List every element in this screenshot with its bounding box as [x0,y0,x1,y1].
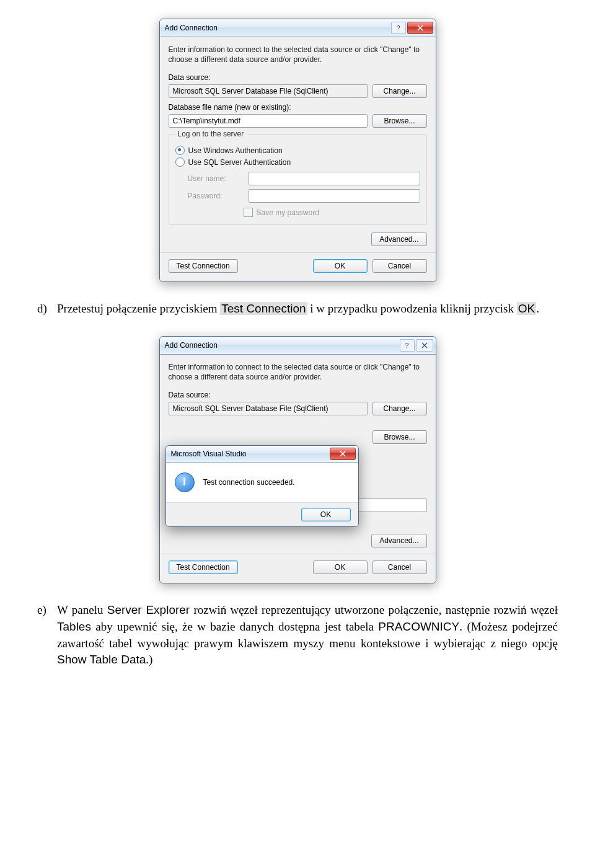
text-e-3: aby upewnić się, że w bazie danych dostę… [91,620,378,633]
radio-sql-auth[interactable] [175,157,185,167]
close-icon[interactable] [416,339,433,352]
msgbox-ok-button[interactable]: OK [301,508,351,521]
save-password-checkbox [244,208,253,217]
text-d-2: i w przypadku powodzenia kliknij przycis… [307,302,517,315]
hi-test-connection: Test Connection [220,302,307,315]
cancel-button[interactable]: Cancel [372,259,427,273]
logon-group: Log on to the server Use Windows Authent… [169,134,427,225]
help-icon[interactable]: ? [400,339,415,352]
db-file-label: Database file name (new or existing): [169,103,427,112]
hi-ok: OK [517,302,536,315]
dialog-titlebar[interactable]: Add Connection ? [160,19,436,37]
ok-button-2[interactable]: OK [313,560,368,574]
cancel-button-2[interactable]: Cancel [372,560,427,574]
dialog2-title: Add Connection [165,341,400,350]
data-source-field-2 [169,402,368,415]
text-d-1: Przetestuj połączenie przyciskiem [57,302,220,315]
password-field [249,189,420,203]
dialog2-info-text: Enter information to connect to the sele… [169,362,427,382]
browse-button-2[interactable]: Browse... [372,430,427,444]
term-show-table-data: Show Table Data [57,653,146,666]
data-source-label: Data source: [169,73,427,82]
msgbox-titlebar[interactable]: Microsoft Visual Studio [166,446,358,463]
test-connection-button[interactable]: Test Connection [169,259,238,273]
dialog-info-text: Enter information to connect to the sele… [169,45,427,64]
msgbox-body: Test connection succeeded. [203,478,295,487]
paragraph-e: e) W panelu Server Explorer rozwiń węzeł… [37,602,558,668]
logon-group-title: Log on to the server [175,130,247,138]
data-source-label-2: Data source: [169,391,427,399]
term-tables: Tables [57,620,91,633]
text-d-3: . [536,302,539,315]
radio-sql-auth-label: Use SQL Server Authentication [188,158,291,167]
term-server-explorer: Server Explorer [107,603,190,616]
change-button[interactable]: Change... [372,84,427,98]
paragraph-d: d) Przetestuj połączenie przyciskiem Tes… [37,301,558,317]
help-icon[interactable]: ? [391,22,406,34]
advanced-button-2[interactable]: Advanced... [371,534,426,547]
ok-button[interactable]: OK [313,259,368,273]
radio-windows-auth-label: Use Windows Authentication [188,146,283,155]
close-icon[interactable] [407,22,433,34]
browse-button[interactable]: Browse... [372,114,427,128]
msgbox-title: Microsoft Visual Studio [171,450,330,458]
username-label: User name: [188,174,244,183]
list-marker-d: d) [37,301,51,317]
text-e-1: W panelu [57,603,107,616]
list-marker-e: e) [37,602,51,668]
change-button-2[interactable]: Change... [372,402,427,415]
dialog-title: Add Connection [165,24,391,32]
info-icon: i [175,472,195,492]
data-source-field [169,84,368,98]
add-connection-dialog: Add Connection ? Enter information to co… [159,19,436,282]
password-label: Password: [188,192,244,200]
save-password-label: Save my password [257,208,319,217]
test-connection-button-2[interactable]: Test Connection [169,560,238,574]
dialog2-titlebar[interactable]: Add Connection ? [160,337,436,355]
text-e-2: rozwiń węzeł reprezentujący utworzone po… [190,603,558,616]
text-e-5: .) [146,653,152,666]
radio-windows-auth[interactable] [175,146,185,155]
db-file-field[interactable] [169,114,368,128]
advanced-button[interactable]: Advanced... [371,232,426,246]
term-pracownicy: PRACOWNICY [378,620,459,633]
username-field [249,172,420,185]
msgbox-close-icon[interactable] [330,448,356,460]
msgbox-dialog: Microsoft Visual Studio i Test connectio… [165,445,359,527]
